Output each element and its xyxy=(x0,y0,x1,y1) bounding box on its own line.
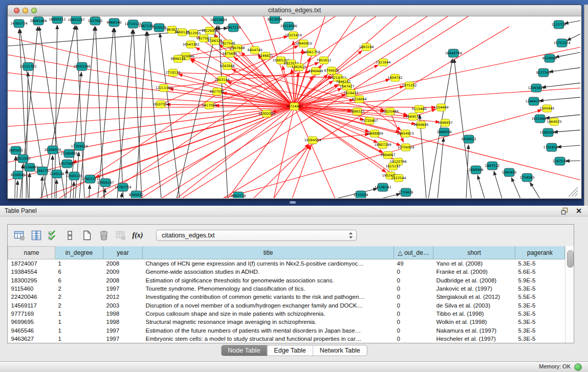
select-all-icon[interactable] xyxy=(47,229,60,242)
scrollbar-thumb[interactable] xyxy=(567,250,574,268)
network-node[interactable]: 9649578 xyxy=(406,113,421,120)
split-pane-divider[interactable] xyxy=(290,201,296,204)
network-node[interactable]: 7857224 xyxy=(226,24,241,32)
network-node[interactable]: 15692991 xyxy=(539,128,556,137)
network-node[interactable]: 8454749 xyxy=(248,47,263,54)
zoom-window-icon[interactable] xyxy=(31,8,37,13)
network-node[interactable]: 12093822 xyxy=(528,84,545,92)
network-node[interactable]: 9227343 xyxy=(536,69,551,77)
network-node[interactable]: 19654923 xyxy=(397,130,413,137)
network-graph[interactable]: 2435572420691406168955121065328715276026… xyxy=(8,16,580,198)
table-row[interactable]: 946554611997Estimation of the future num… xyxy=(8,326,565,334)
network-node[interactable]: 1604742 xyxy=(388,74,403,81)
minimize-window-icon[interactable] xyxy=(23,8,28,13)
network-node[interactable]: 1875352 xyxy=(402,82,417,89)
resize-grip-icon[interactable] xyxy=(572,190,578,196)
column-header-year[interactable]: year xyxy=(103,247,143,259)
network-node[interactable]: 1111724 xyxy=(552,20,567,29)
network-node[interactable]: 10688809 xyxy=(366,130,383,137)
table-row[interactable]: 946362711997Embryonic stem cells: a mode… xyxy=(8,335,565,343)
network-node[interactable]: 16648784 xyxy=(445,49,462,57)
column-header-title[interactable]: title xyxy=(143,247,394,259)
network-node[interactable]: 1154469 xyxy=(434,104,449,111)
column-header-in_degree[interactable]: in_degree xyxy=(55,247,103,259)
network-node[interactable]: 1733426 xyxy=(399,188,413,196)
network-node[interactable]: 25160850 xyxy=(60,149,77,158)
float-panel-icon[interactable] xyxy=(561,207,569,215)
column-header-short[interactable]: short xyxy=(433,247,515,259)
network-node[interactable]: 1595845 xyxy=(540,105,555,112)
network-node[interactable]: 1095405 xyxy=(502,168,517,177)
network-node[interactable]: 17016504 xyxy=(543,143,560,151)
table-row[interactable]: 911546021997Tourette syndrome. Phenomeno… xyxy=(8,285,565,293)
network-node[interactable]: 9329966 xyxy=(542,54,557,62)
unselect-all-icon[interactable] xyxy=(63,229,77,242)
column-chooser-icon[interactable] xyxy=(30,229,43,242)
network-node[interactable]: 1664025 xyxy=(547,118,562,125)
network-node[interactable]: 19384554 xyxy=(304,137,321,144)
column-header-name[interactable]: name xyxy=(8,247,55,259)
collapsed-side-panel[interactable] xyxy=(584,5,588,206)
network-node[interactable]: 9150549 xyxy=(11,171,26,179)
network-node[interactable]: 12444159 xyxy=(525,97,542,105)
table-row[interactable]: 969969511998Structural magnetic resonanc… xyxy=(8,318,565,326)
network-node[interactable]: 13505135 xyxy=(66,172,82,180)
network-node[interactable]: 10756928 xyxy=(397,144,414,151)
delete-icon[interactable] xyxy=(97,229,111,242)
network-window-titlebar[interactable]: citations_edges.txt xyxy=(8,5,581,16)
network-canvas[interactable]: 2435572420691406168955121065328715276026… xyxy=(8,16,580,198)
network-node[interactable]: 2718120 xyxy=(166,69,181,76)
resize-grip-icon[interactable] xyxy=(575,193,578,196)
network-node[interactable]: 18226058 xyxy=(201,27,218,34)
table-row[interactable]: 1872400712008Changes of HCN gene express… xyxy=(8,259,565,268)
column-header-pagerank[interactable]: pagerank xyxy=(515,247,565,259)
network-node[interactable]: 9938923 xyxy=(462,135,476,143)
network-node[interactable]: 1847512 xyxy=(485,162,500,170)
table-row[interactable]: 1938455462009Genome-wide association stu… xyxy=(8,268,565,276)
network-node[interactable]: 6794028 xyxy=(324,67,339,74)
network-node[interactable]: 14136141 xyxy=(374,183,391,191)
network-node[interactable]: 20691406 xyxy=(30,17,47,25)
network-node[interactable]: 1527602 xyxy=(88,17,103,25)
network-node[interactable]: 1096957 xyxy=(438,119,453,126)
network-node[interactable]: 1685051 xyxy=(9,146,24,155)
network-node[interactable]: 1694566 xyxy=(469,166,484,174)
tab-node-table[interactable]: Node Table xyxy=(221,345,267,356)
network-node[interactable]: 8990448 xyxy=(309,68,323,75)
table-row[interactable]: 2242004622012Investigating the contribut… xyxy=(8,293,565,301)
memory-status-indicator[interactable] xyxy=(574,363,582,371)
network-node[interactable]: 1733204 xyxy=(354,191,368,198)
table-row[interactable]: 1830029562008Estimation of significance … xyxy=(8,276,565,285)
network-view-window[interactable]: citations_edges.txt 24355724206914061689… xyxy=(7,5,582,199)
close-panel-icon[interactable]: ✕ xyxy=(576,206,582,216)
network-node[interactable]: 1724563 xyxy=(520,173,535,182)
network-node[interactable]: 16033809 xyxy=(210,16,227,24)
network-node[interactable]: 24355724 xyxy=(10,19,27,28)
network-node[interactable]: 10653287 xyxy=(68,16,84,24)
network-node[interactable]: 19218596 xyxy=(280,22,297,30)
network-node[interactable]: 7955812 xyxy=(317,57,332,64)
table-row[interactable]: 1456911722003Disruption of a novel membe… xyxy=(8,301,565,309)
network-node[interactable]: 16210643 xyxy=(531,115,548,123)
network-node[interactable]: 18325419 xyxy=(285,32,301,39)
network-node[interactable]: 1640954 xyxy=(437,128,452,136)
close-window-icon[interactable] xyxy=(14,8,19,13)
table-settings-icon[interactable] xyxy=(13,229,26,242)
network-node[interactable]: 20206576 xyxy=(44,146,61,154)
network-node[interactable]: 1145194 xyxy=(50,170,64,178)
network-node[interactable]: 1167533 xyxy=(553,157,568,165)
network-node[interactable]: 9115460 xyxy=(412,105,427,113)
column-header-out_degree[interactable]: △ out_de… xyxy=(394,247,433,259)
network-node[interactable]: 9699695 xyxy=(414,121,429,128)
network-node[interactable]: 3911593 xyxy=(16,155,31,163)
table-selector-dropdown[interactable]: citations_edges.txt xyxy=(156,230,357,241)
network-node[interactable]: 16895512 xyxy=(49,16,66,24)
table-scrollbar[interactable] xyxy=(565,246,574,343)
function-builder-icon[interactable]: f(x) xyxy=(131,229,144,242)
new-table-icon[interactable] xyxy=(80,229,94,242)
table-row[interactable]: 977716911998Corpus callosum shape and si… xyxy=(8,310,565,318)
network-node[interactable]: 1883104 xyxy=(359,43,374,51)
network-node[interactable]: 6466140 xyxy=(107,18,122,27)
network-node[interactable]: 8813054 xyxy=(268,16,282,24)
tab-edge-table[interactable]: Edge Table xyxy=(267,345,312,356)
